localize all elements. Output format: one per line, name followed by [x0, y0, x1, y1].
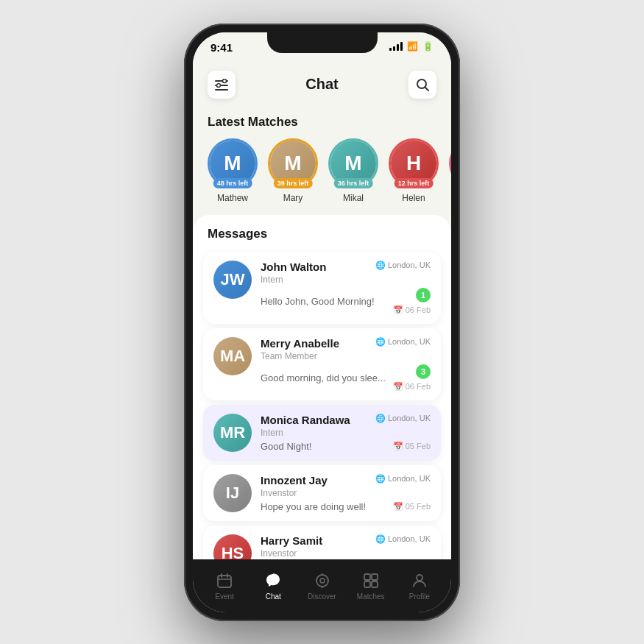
match-item[interactable]: A 11 hrs left Anna	[449, 138, 451, 203]
match-name: Helen	[402, 193, 425, 203]
message-name: Merry Anabelle	[261, 337, 339, 350]
message-top-row: Monica Randawa 🌐 London, UK	[261, 414, 431, 426]
message-body: John Walton 🌐 London, UK Intern Hello Jo…	[261, 261, 431, 315]
messages-section: Messages JW John Walton 🌐 London, UK Int…	[193, 215, 451, 559]
nav-item-event[interactable]: Event	[200, 571, 249, 601]
calendar-icon: 📅	[393, 382, 403, 392]
message-badge: 3	[416, 364, 431, 379]
message-avatar: HS	[213, 534, 252, 559]
message-name: Harry Samit	[261, 534, 322, 547]
matches-scroll[interactable]: M 48 hrs left Mathew M 39 hrs left Mary …	[193, 138, 451, 215]
message-preview: Hello John, Good Morning!	[261, 296, 375, 307]
match-item[interactable]: H 12 hrs left Helen	[389, 138, 439, 203]
match-timer: 48 hrs left	[213, 178, 252, 188]
nav-item-profile[interactable]: Profile	[395, 571, 444, 601]
svg-rect-19	[372, 574, 378, 580]
latest-matches-section: Latest Matches M 48 hrs left Mathew M 39…	[193, 107, 451, 215]
match-item[interactable]: M 39 hrs left Mary	[268, 138, 318, 203]
match-timer: 36 hrs left	[334, 178, 373, 188]
wifi-icon: 📶	[407, 41, 418, 52]
status-icons: 📶 🔋	[389, 41, 434, 52]
message-bottom-row: Good morning, did you slee... 3 📅 06 Feb	[261, 364, 431, 392]
message-body: Harry Samit 🌐 London, UK Invenstor I am …	[261, 534, 431, 559]
discover-nav-icon	[313, 571, 332, 590]
message-location: 🌐 London, UK	[375, 534, 431, 544]
scroll-content[interactable]: Latest Matches M 48 hrs left Mathew M 39…	[193, 107, 451, 559]
phone-frame: 9:41 📶 🔋	[184, 24, 460, 621]
notch	[267, 32, 378, 53]
chat-nav-icon	[263, 571, 283, 590]
search-button[interactable]	[408, 71, 436, 99]
message-role: Invenstor	[261, 548, 431, 559]
message-role: Intern	[261, 275, 431, 285]
event-nav-label: Event	[215, 592, 234, 601]
svg-point-12	[272, 578, 274, 580]
message-top-row: Merry Anabelle 🌐 London, UK	[261, 337, 431, 350]
bottom-nav: Event Chat Discover Matches Profile	[193, 559, 451, 612]
message-bottom-row: Hope you are doing well! 📅 05 Feb	[261, 501, 431, 512]
filter-button[interactable]	[208, 71, 236, 99]
message-date: 📅 05 Feb	[393, 442, 431, 451]
svg-rect-7	[218, 576, 231, 587]
message-body: Merry Anabelle 🌐 London, UK Team Member …	[261, 337, 431, 392]
profile-nav-icon	[410, 571, 429, 590]
messages-title: Messages	[193, 215, 451, 247]
svg-point-5	[417, 79, 426, 88]
search-icon	[416, 78, 429, 91]
message-date: 📅 05 Feb	[393, 502, 431, 512]
message-card[interactable]: IJ Innozent Jay 🌐 London, UK Invenstor H…	[203, 465, 441, 521]
svg-point-3	[217, 83, 221, 87]
message-date: 📅 06 Feb	[393, 382, 431, 392]
message-top-row: Harry Samit 🌐 London, UK	[261, 534, 431, 547]
status-time: 9:41	[210, 41, 233, 54]
match-avatar-wrap: A 11 hrs left	[449, 138, 451, 188]
message-top-row: John Walton 🌐 London, UK	[261, 261, 431, 273]
profile-nav-label: Profile	[409, 592, 430, 601]
latest-matches-title: Latest Matches	[193, 107, 451, 138]
match-avatar-wrap: M 39 hrs left	[268, 138, 318, 188]
flag-icon: 🌐	[375, 261, 386, 270]
message-name: Innozent Jay	[261, 474, 328, 486]
svg-point-13	[275, 578, 277, 580]
flag-icon: 🌐	[375, 337, 386, 347]
battery-icon: 🔋	[422, 41, 434, 52]
match-item[interactable]: M 36 hrs left Mikal	[328, 138, 378, 203]
message-avatar: MR	[213, 414, 252, 452]
message-body: Monica Randawa 🌐 London, UK Intern Good …	[261, 414, 431, 452]
svg-rect-20	[364, 581, 370, 587]
message-card[interactable]: MR Monica Randawa 🌐 London, UK Intern Go…	[203, 405, 441, 461]
match-name: Mikal	[343, 193, 364, 203]
message-bottom-row: Hello John, Good Morning! 1 📅 06 Feb	[261, 288, 431, 315]
message-preview: Hope you are doing well!	[261, 501, 366, 512]
message-name: Monica Randawa	[261, 414, 350, 426]
message-location: 🌐 London, UK	[375, 261, 431, 270]
matches-nav-label: Matches	[357, 592, 385, 601]
match-name: Mathew	[217, 193, 248, 203]
svg-point-14	[316, 575, 328, 587]
nav-item-matches[interactable]: Matches	[347, 571, 395, 601]
message-card[interactable]: JW John Walton 🌐 London, UK Intern Hello…	[203, 252, 441, 324]
svg-point-22	[417, 575, 422, 581]
message-preview: Good Night!	[261, 441, 311, 452]
nav-item-chat[interactable]: Chat	[249, 571, 297, 601]
message-top-row: Innozent Jay 🌐 London, UK	[261, 474, 431, 486]
calendar-icon: 📅	[393, 502, 403, 512]
filter-icon	[214, 79, 229, 91]
svg-rect-21	[372, 581, 378, 587]
message-bottom-row: Good Night! 📅 05 Feb	[261, 441, 431, 452]
match-name: Mary	[283, 193, 303, 203]
match-avatar: A	[449, 138, 451, 188]
calendar-icon: 📅	[393, 305, 403, 315]
matches-nav-icon	[361, 571, 381, 590]
calendar-icon: 📅	[393, 442, 403, 451]
message-card[interactable]: HS Harry Samit 🌐 London, UK Invenstor I …	[203, 526, 441, 559]
svg-point-15	[320, 578, 325, 583]
match-avatar-wrap: H 12 hrs left	[389, 138, 439, 188]
message-card[interactable]: MA Merry Anabelle 🌐 London, UK Team Memb…	[203, 328, 441, 400]
svg-point-11	[270, 578, 272, 580]
message-meta: 📅 05 Feb	[393, 502, 431, 512]
chat-nav-label: Chat	[266, 592, 281, 601]
message-role: Intern	[261, 428, 431, 438]
nav-item-discover[interactable]: Discover	[297, 571, 346, 601]
match-item[interactable]: M 48 hrs left Mathew	[208, 138, 258, 203]
